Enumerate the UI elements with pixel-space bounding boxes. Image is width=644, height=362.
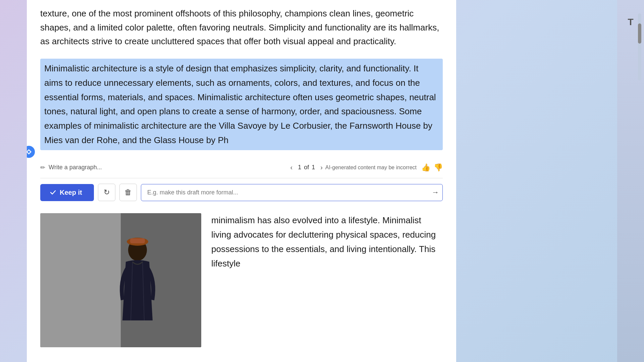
ai-notice-area: AI-generated content may be incorrect 👍 … bbox=[325, 163, 443, 172]
regenerate-icon: ↻ bbox=[104, 188, 110, 197]
delete-button[interactable]: 🗑 bbox=[119, 184, 137, 201]
ai-icon bbox=[27, 146, 35, 158]
architecture-image bbox=[40, 213, 201, 347]
main-content-panel: texture, one of the most prominent offsh… bbox=[27, 0, 456, 362]
pagination-bar: ✏ Write a paragraph... ‹ 1 of 1 › AI-gen… bbox=[40, 158, 443, 178]
prompt-input-wrapper: → bbox=[141, 184, 443, 201]
right-panel-letter: T bbox=[628, 17, 633, 27]
of-label: of bbox=[304, 164, 309, 171]
right-panel: T bbox=[617, 0, 644, 362]
write-paragraph-area[interactable]: ✏ Write a paragraph... bbox=[40, 164, 287, 171]
regenerate-button[interactable]: ↻ bbox=[98, 184, 115, 201]
current-page: 1 bbox=[298, 164, 301, 171]
action-bar: Keep it ↻ 🗑 → bbox=[40, 178, 443, 206]
write-paragraph-label: Write a paragraph... bbox=[49, 164, 102, 171]
person-image-svg bbox=[40, 213, 201, 347]
thumbs-down-button[interactable]: 👎 bbox=[434, 163, 443, 172]
feedback-icons: 👍 👎 bbox=[421, 163, 443, 172]
checkmark-icon bbox=[50, 189, 56, 196]
keep-button-label: Keep it bbox=[60, 189, 82, 196]
prev-page-button[interactable]: ‹ bbox=[287, 162, 295, 173]
highlighted-section: Minimalistic architecture is a style of … bbox=[40, 59, 443, 206]
prompt-input[interactable] bbox=[141, 184, 442, 201]
pagination-controls: ‹ 1 of 1 › bbox=[287, 162, 325, 173]
total-pages: 1 bbox=[312, 164, 315, 171]
content-area: texture, one of the most prominent offsh… bbox=[27, 0, 456, 347]
intro-paragraph: texture, one of the most prominent offsh… bbox=[40, 3, 443, 49]
intro-text-content: texture, one of the most prominent offsh… bbox=[40, 8, 439, 46]
svg-rect-7 bbox=[130, 238, 145, 243]
ai-notice-text: AI-generated content may be incorrect bbox=[325, 165, 417, 171]
keep-it-button[interactable]: Keep it bbox=[40, 184, 94, 201]
lower-content: minimalism has also evolved into a lifes… bbox=[40, 213, 443, 347]
pencil-icon: ✏ bbox=[40, 164, 45, 171]
thumbs-up-button[interactable]: 👍 bbox=[421, 163, 430, 172]
scrollbar-thumb[interactable] bbox=[638, 23, 641, 44]
delete-icon: 🗑 bbox=[124, 188, 132, 197]
scrollbar-track[interactable] bbox=[638, 13, 641, 80]
next-page-button[interactable]: › bbox=[318, 162, 325, 173]
highlighted-text: Minimalistic architecture is a style of … bbox=[44, 63, 436, 145]
highlighted-paragraph: Minimalistic architecture is a style of … bbox=[40, 59, 443, 150]
send-button[interactable]: → bbox=[432, 188, 439, 197]
lower-text-content: minimalism has also evolved into a lifes… bbox=[211, 213, 443, 271]
svg-rect-3 bbox=[40, 213, 121, 347]
lower-text: minimalism has also evolved into a lifes… bbox=[211, 215, 436, 268]
send-icon: → bbox=[432, 188, 439, 197]
